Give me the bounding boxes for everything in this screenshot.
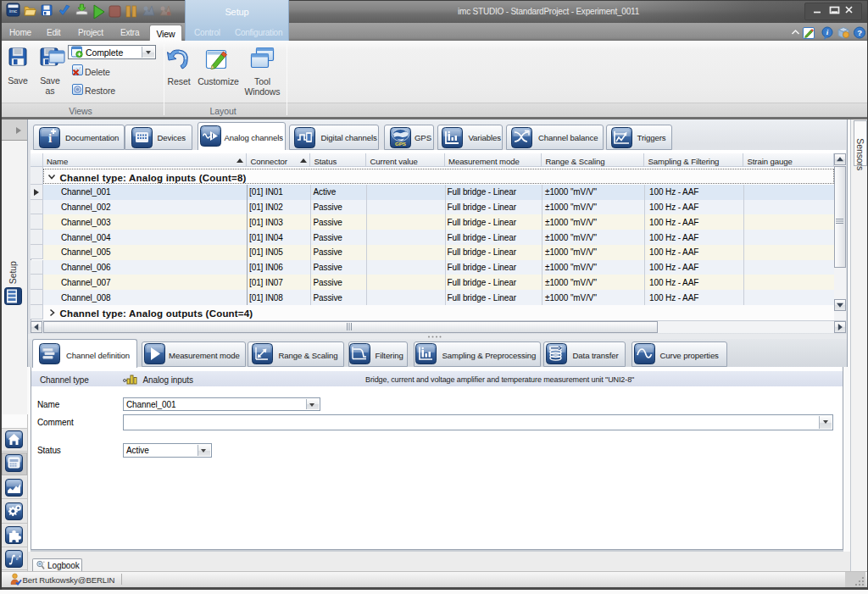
svg-text:GPS: GPS (395, 140, 406, 146)
svg-text:e: e (16, 555, 19, 561)
svg-text:i: i (48, 131, 52, 145)
svg-text:imc: imc (9, 8, 17, 14)
svg-text:?: ? (857, 28, 862, 37)
